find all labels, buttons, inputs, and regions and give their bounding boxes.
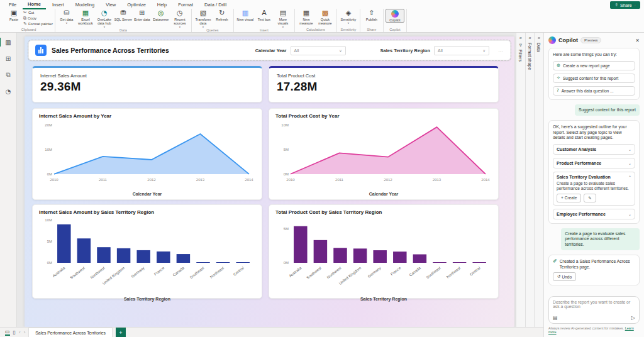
edit-button[interactable]: ✎ xyxy=(584,194,596,202)
desktop-view-icon[interactable]: ▭ xyxy=(5,329,10,336)
menu-tab-view[interactable]: View xyxy=(101,1,121,9)
svg-text:10M: 10M xyxy=(45,148,52,152)
recent-sources-button[interactable]: ◷Recent sources ∨ xyxy=(170,9,189,28)
svg-text:10M: 10M xyxy=(281,123,289,127)
svg-text:20M: 20M xyxy=(45,123,52,127)
undo-button[interactable]: ↺ Undo xyxy=(553,272,576,281)
area-chart-plot: 0M10M20M20102011201220132014 xyxy=(39,120,257,189)
mobile-view-icon[interactable]: ▯ xyxy=(13,329,16,335)
close-icon[interactable]: ✕ xyxy=(635,38,640,43)
undo-icon: ↺ xyxy=(557,274,560,279)
menu-tab-home[interactable]: Home xyxy=(23,0,46,9)
sql-server-button[interactable]: ⛃SQL Server xyxy=(114,9,133,21)
area-chart-internet-sales-by-year[interactable]: Internet Sales Amount by Year 0M10M20M20… xyxy=(32,108,262,200)
onelake-data-hub-button[interactable]: ◔OneLake data hub ∨ xyxy=(95,9,114,28)
create-page-button[interactable]: +Create xyxy=(557,194,581,202)
svg-text:2011: 2011 xyxy=(335,178,344,182)
copy-icon: ⧉ xyxy=(23,16,26,21)
calendar-year-dropdown[interactable]: All ∨ xyxy=(291,46,346,55)
kpi-total-product-cost[interactable]: Total Product Cost 17.28M xyxy=(269,66,499,102)
format-painter-button[interactable]: ✎Format painter xyxy=(23,21,53,26)
report-page[interactable]: Sales Performance Across Territories Cal… xyxy=(25,36,514,327)
quick-measure-button[interactable]: ▩Quick measure xyxy=(316,9,335,25)
get-data-button[interactable]: ⛁Get data ∨ xyxy=(57,9,76,25)
menu-tab-format[interactable]: Format xyxy=(173,1,198,9)
send-icon[interactable]: ▷ xyxy=(631,315,635,321)
menu-tab-file[interactable]: File xyxy=(4,1,21,9)
dataverse-button[interactable]: ◎Dataverse xyxy=(152,9,170,21)
panel-strip-format-shape[interactable]: «Format shape xyxy=(525,33,535,327)
page-tab[interactable]: Sales Performance Across Territories xyxy=(28,328,113,337)
suggestion-answer-this-data[interactable]: ?Answer this data question ... xyxy=(553,86,635,96)
add-page-button[interactable]: + xyxy=(116,328,126,337)
report-view-button[interactable]: ▥ xyxy=(2,36,14,48)
copilot-icon xyxy=(391,10,399,18)
publish-button[interactable]: ⇧Publish xyxy=(362,9,381,21)
suggestion-suggest-content-for[interactable]: ✧Suggest content for this report xyxy=(553,74,635,83)
copilot-icon xyxy=(548,36,556,44)
area-chart-product-cost-by-year[interactable]: Total Product Cost by Year 0M5M10M201020… xyxy=(269,108,499,200)
refresh-button[interactable]: ↻Refresh xyxy=(213,9,231,21)
svg-text:5M: 5M xyxy=(47,240,52,243)
bar-chart-icon xyxy=(35,45,47,56)
ribbon-group-copilot: CopilotCopilot xyxy=(384,9,407,32)
panel-strip-filters[interactable]: «∇Filters xyxy=(516,33,525,327)
menu-tab-help[interactable]: Help xyxy=(152,1,172,9)
sql-server-icon: ⛃ xyxy=(120,9,126,17)
enter-data-button[interactable]: ⊞Enter data xyxy=(133,9,152,21)
outline-item-sales-territory-evaluation[interactable]: Sales Territory Evaluation⌃Create a page… xyxy=(553,172,635,206)
menu-tab-optimize[interactable]: Optimize xyxy=(122,1,151,9)
outline-item-employee-performance[interactable]: Employee Performance⌄ xyxy=(553,209,635,219)
more-visuals-button[interactable]: ▤More visuals ∨ xyxy=(274,9,292,28)
text-box-button[interactable]: AText box xyxy=(255,9,274,21)
chevron-up-icon[interactable]: ⌃ xyxy=(628,175,631,179)
model-view-button[interactable]: ⧉ xyxy=(2,69,14,80)
user-message: Create a page to evaluate sales performa… xyxy=(561,228,640,251)
page-navigation-bar: ▭ ▯ ‹ › Sales Performance Across Territo… xyxy=(0,327,543,337)
chevron-down-icon[interactable]: ⌄ xyxy=(628,147,631,152)
new-visual-button[interactable]: ▥New visual xyxy=(236,9,255,21)
chevron-down-icon[interactable]: ⌄ xyxy=(628,212,631,216)
bar-chart-internet-sales-by-region[interactable]: Internet Sales Amount by Sales Territory… xyxy=(32,204,262,299)
sensitivity-button[interactable]: ◈Sensitivity ∨ xyxy=(339,9,358,25)
svg-text:Central: Central xyxy=(233,266,245,277)
kpi-internet-sales[interactable]: Internet Sales Amount 29.36M xyxy=(32,66,262,102)
cut-button[interactable]: ✂Cut xyxy=(23,10,53,15)
svg-text:5M: 5M xyxy=(284,148,289,152)
menu-tab-insert[interactable]: Insert xyxy=(47,1,69,9)
suggestion-create-a-new[interactable]: ⊕Create a new report page xyxy=(553,61,635,70)
menu-tab-modeling[interactable]: Modeling xyxy=(70,1,99,9)
table-view-button[interactable]: ⊞ xyxy=(2,53,14,64)
bar-chart-product-cost-by-region[interactable]: Total Product Cost by Sales Territory Re… xyxy=(269,204,499,299)
new-measure-button[interactable]: ▦New measure xyxy=(297,9,316,25)
ribbon-group-queries: ▧Transform data ∨↻RefreshQueries xyxy=(192,9,234,32)
copilot-input-box[interactable]: ▤ ▷ xyxy=(548,296,640,324)
outline-item-product-performance[interactable]: Product Performance⌄ xyxy=(553,158,635,168)
ribbon-groups: ▣Paste✂Cut⧉Copy✎Format painterClipboard⛁… xyxy=(0,9,644,32)
copy-button[interactable]: ⧉Copy xyxy=(23,16,53,21)
copilot-header: Copilot Preview ✕ xyxy=(544,33,644,47)
menu-tab-data-drill[interactable]: Data / Drill xyxy=(199,1,231,9)
copilot-conversation[interactable]: Here are some things you can try: ⊕Creat… xyxy=(544,47,644,293)
outline-item-customer-analysis[interactable]: Customer Analysis⌄ xyxy=(553,144,635,155)
slicer-territory-region: Sales Territory Region All ∨ xyxy=(380,46,489,55)
chevron-down-icon[interactable]: ⌄ xyxy=(628,161,631,165)
dax-query-view-button[interactable]: ◔ xyxy=(2,86,14,97)
territory-region-dropdown[interactable]: All ∨ xyxy=(434,46,489,55)
prompt-guide-icon[interactable]: ▤ xyxy=(553,315,558,321)
svg-text:France: France xyxy=(153,266,165,277)
report-header-group[interactable]: Sales Performance Across Territories Cal… xyxy=(28,40,511,60)
copilot-button[interactable]: Copilot xyxy=(386,9,404,23)
next-page-icon[interactable]: › xyxy=(24,329,26,335)
share-button[interactable]: ⇧ Share ∨ xyxy=(610,1,640,9)
svg-text:0M: 0M xyxy=(47,172,52,176)
copilot-prompt-input[interactable] xyxy=(553,300,635,314)
transform-data-button[interactable]: ▧Transform data ∨ xyxy=(194,9,213,28)
paste-button[interactable]: ▣Paste xyxy=(4,9,23,21)
copilot-created-card: ✐ Created a Sales Performance Across Ter… xyxy=(548,255,640,285)
panel-strip-data[interactable]: «Data xyxy=(534,33,543,327)
paste-icon: ▣ xyxy=(11,9,17,17)
more-options-icon[interactable]: … xyxy=(498,48,504,53)
excel-workbook-button[interactable]: ▦Excel workbook xyxy=(76,9,95,25)
previous-page-icon[interactable]: ‹ xyxy=(19,329,21,335)
